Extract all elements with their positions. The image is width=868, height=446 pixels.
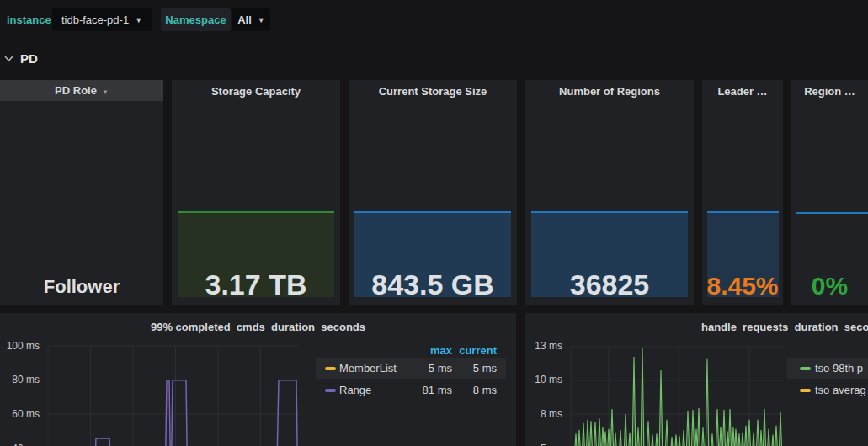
panel-title[interactable]: Leader … [702,85,783,98]
sparkline [707,211,779,213]
current-storage-size-value: 843.5 GB [349,268,517,301]
legend-max-value: 81 ms [410,384,452,396]
instance-variable-label: instance [7,8,51,31]
legend-header-max: max [383,344,452,357]
instance-variable-value: tidb-face-pd-1 [61,13,129,26]
instance-variable-dropdown[interactable]: tidb-face-pd-1▼ [52,8,152,31]
panel-title[interactable]: Region … [791,85,868,98]
pd-role-title: PD Role [55,84,97,97]
panel-title[interactable]: Number of Regions [525,85,694,98]
panel-completed-cmds-duration: 99% completed_cmds_duration_seconds 100 … [0,313,516,446]
sparkline [178,211,334,213]
chevron-down-icon: ▼ [258,16,265,24]
legend-row-tso-98th: tso 98th p [787,358,868,379]
storage-capacity-value: 3.17 TB [172,268,340,301]
legend-row-range: Range 81 ms 8 ms [316,380,506,401]
series-swatch-icon [800,389,811,392]
panel-title[interactable]: Current Storage Size [349,85,517,98]
namespace-variable-value: All [237,13,252,26]
series-swatch-icon [325,367,336,370]
grafana-dashboard: { "topbar": { "variables": [ {"label": "… [0,0,868,446]
legend-row-memberlist: MemberList 5 ms 5 ms [316,358,506,379]
panel-current-storage-size: Current Storage Size 843.5 GB [349,80,517,305]
panel-storage-capacity: Storage Capacity 3.17 TB [172,80,340,305]
series-swatch-icon [800,367,811,370]
completed-cmds-plot-area[interactable] [0,313,516,446]
legend-header-current: current [459,344,497,357]
series-swatch-icon [325,389,336,392]
legend-row-tso-average: tso averag [787,380,868,401]
region-value: 0% [791,272,868,300]
chevron-down-icon [3,53,14,64]
panel-region: Region … 0% [791,80,868,305]
panel-number-of-regions: Number of Regions 36825 [525,80,694,305]
legend-max-value: 5 ms [410,362,452,374]
sort-caret-icon: ▼ [102,88,109,96]
pd-role-value: Follower [0,276,163,298]
leader-value: 8.45% [702,272,783,300]
section-header-pd[interactable]: PD [3,48,38,68]
tso-series-line [571,348,783,446]
namespace-variable-label: Namespace [161,8,231,31]
sparkline [796,212,868,214]
handle-requests-plot-area[interactable] [525,313,868,446]
legend-series-name[interactable]: tso 98th p [815,362,863,374]
legend-series-name[interactable]: tso averag [815,384,866,396]
pd-role-column-header[interactable]: PD Role▼ [0,80,163,101]
grid-lines [48,346,299,446]
section-title: PD [20,51,38,66]
panel-handle-requests-duration: handle_requests_duration_seconds 13 ms 1… [525,313,868,446]
namespace-variable-dropdown[interactable]: All▼ [232,8,270,31]
panel-pd-role: PD Role▼ Follower [0,80,163,305]
legend-series-name[interactable]: MemberList [339,362,397,374]
legend-series-name[interactable]: Range [339,384,371,396]
panel-leader: Leader … 8.45% [702,80,783,305]
legend-current-value: 5 ms [459,362,497,374]
legend-current-value: 8 ms [459,384,497,396]
sparkline [354,211,511,213]
chevron-down-icon: ▼ [135,16,142,24]
panel-title[interactable]: Storage Capacity [172,85,340,98]
sparkline [531,211,688,213]
number-of-regions-value: 36825 [525,268,694,301]
